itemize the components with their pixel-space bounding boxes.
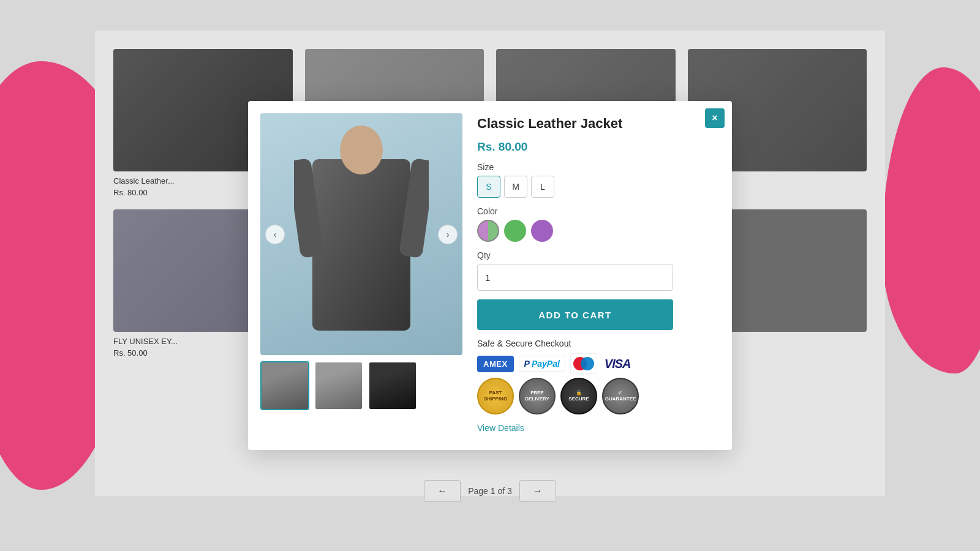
thumbnail-row [260, 361, 462, 410]
main-product-image: ‹ › [260, 113, 462, 355]
color-option-3[interactable] [531, 220, 553, 242]
add-to-cart-button[interactable]: ADD TO CART [477, 299, 673, 330]
qty-input[interactable] [477, 264, 673, 291]
safe-checkout-section: Safe & Secure Checkout AMEX P PayPal [477, 339, 720, 414]
fast-shipping-badge: FASTSHIPPING [477, 378, 514, 414]
modal-overlay: × [0, 0, 980, 551]
view-details-link[interactable]: View Details [477, 423, 720, 433]
paypal-text: PayPal [532, 359, 560, 369]
paypal-p-icon: P [524, 359, 530, 369]
thumbnail-image-2 [315, 362, 362, 409]
satisfaction-badge: ✓GUARANTEE [602, 378, 639, 414]
thumbnail-2[interactable] [314, 361, 363, 410]
free-delivery-badge: FREEDELIVERY [519, 378, 556, 414]
color-section: Color [477, 206, 720, 242]
svg-point-1 [340, 126, 383, 174]
secure-payments-badge: 🔒SECURE [560, 378, 597, 414]
visa-badge: VISA [602, 357, 633, 371]
qty-label: Qty [477, 250, 720, 260]
modal-image-area: ‹ › [260, 113, 462, 438]
product-image-placeholder [260, 113, 462, 355]
jacket-svg [294, 122, 429, 355]
svg-rect-0 [312, 159, 410, 331]
image-next-button[interactable]: › [438, 225, 458, 244]
trust-badges: FASTSHIPPING FREEDELIVERY 🔒SECURE ✓GUARA… [477, 378, 720, 414]
paypal-badge: P PayPal [519, 356, 565, 372]
thumbnail-image-1 [262, 362, 308, 409]
size-button-m[interactable]: M [504, 176, 527, 198]
product-price: Rs. 80.00 [477, 140, 720, 154]
color-option-1[interactable] [477, 220, 499, 242]
color-label: Color [477, 206, 720, 216]
modal-close-button[interactable]: × [705, 108, 725, 128]
thumbnail-image-3 [369, 362, 416, 409]
safe-checkout-label: Safe & Secure Checkout [477, 339, 720, 348]
maestro-badge [570, 353, 597, 374]
size-button-l[interactable]: L [531, 176, 554, 198]
image-prev-button[interactable]: ‹ [265, 225, 285, 244]
color-option-2[interactable] [504, 220, 526, 242]
modal-product-info: Classic Leather Jacket Rs. 80.00 Size S … [477, 113, 720, 438]
size-label: Size [477, 162, 720, 172]
color-options [477, 220, 720, 242]
thumbnail-1[interactable] [260, 361, 309, 410]
size-options: S M L [477, 176, 720, 198]
product-modal: × [248, 101, 732, 450]
size-button-s[interactable]: S [477, 176, 500, 198]
payment-badges: AMEX P PayPal VISA [477, 353, 720, 374]
maestro-right-circle [581, 357, 594, 370]
size-section: Size S M L [477, 162, 720, 198]
amex-badge: AMEX [477, 356, 514, 372]
qty-section: Qty [477, 250, 720, 291]
thumbnail-3[interactable] [368, 361, 417, 410]
product-title: Classic Leather Jacket [477, 116, 720, 132]
